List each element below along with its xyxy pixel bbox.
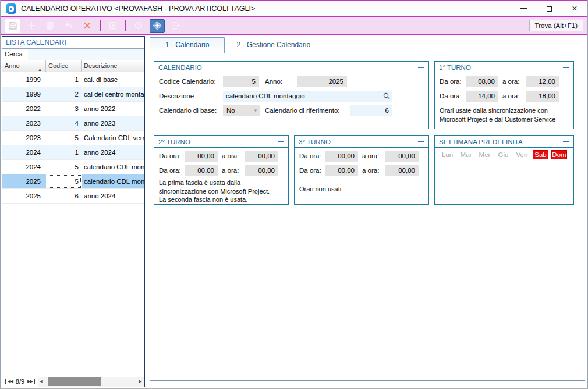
table-row[interactable]: 20255calendario CDL montaggio (2, 174, 144, 189)
table-row[interactable]: 20241anno 2024 (2, 145, 144, 160)
day-sab: Sab (533, 150, 548, 159)
last-record-button[interactable]: ▶▶ (26, 379, 35, 384)
search-label: Cerca (2, 49, 28, 60)
cell-descrizione: anno 2024 (82, 189, 144, 203)
table-row[interactable]: 19991cal. di base (2, 73, 144, 87)
a-ora-label: a ora: (502, 91, 519, 102)
cell-descrizione: anno 2024 (82, 145, 144, 159)
groupbox-turno-2: 2° TURNO Da ora: 00,00 a ora: 00,00 Da o… (154, 135, 289, 205)
main-content: 1 - Calendario 2 - Gestione Calendario C… (150, 36, 586, 387)
a-ora-label: a ora: (362, 165, 379, 176)
lookup-icon[interactable] (382, 92, 391, 100)
app-icon (6, 3, 16, 14)
turno3-note: Orari non usati. (299, 185, 425, 194)
groupbox-title: 1° TURNO (439, 64, 471, 71)
panel-title: LISTA CALENDARI (2, 37, 144, 49)
groupbox-turno-1: 1° TURNO Da ora: 08,00 a ora: 12,00 Da o… (434, 61, 574, 129)
close-icon: × (572, 4, 577, 13)
add-icon (27, 21, 36, 30)
anno-field: 2025 (297, 76, 347, 87)
tab-calendario[interactable]: 1 - Calendario (150, 37, 225, 53)
table-row[interactable]: 20235Calendario CDL verniciatura (2, 131, 144, 145)
new-window-button[interactable] (105, 19, 121, 33)
calendar-list-panel: LISTA CALENDARI Cerca Anno ▲ Codice Desc… (2, 36, 145, 387)
cell-anno: 1999 (2, 87, 46, 101)
minimize-button[interactable] (511, 1, 536, 16)
cell-codice: 6 (46, 189, 82, 203)
cell-anno: 2023 (2, 116, 46, 130)
maximize-button[interactable] (536, 1, 562, 16)
collapse-icon[interactable] (418, 141, 424, 142)
delete-button[interactable] (80, 19, 95, 33)
copy-icon (45, 21, 55, 30)
collapse-icon[interactable] (418, 67, 424, 68)
save-button[interactable] (5, 19, 20, 33)
groupbox-calendario: CALENDARIO Codice Calendario: 5 Anno: 20… (154, 61, 429, 129)
horizontal-scrollbar[interactable]: ◀ ▶ (38, 377, 144, 387)
column-header-anno[interactable]: Anno ▲ (2, 60, 46, 72)
da-ora-label: Da ora: (159, 151, 181, 162)
tab-bar: 1 - Calendario 2 - Gestione Calendario (150, 36, 586, 53)
close-button[interactable]: × (562, 1, 587, 16)
table-row[interactable]: 20223anno 2022 (2, 102, 144, 116)
a-ora-label: a ora: (362, 151, 379, 162)
groupbox-turno-3: 3° TURNO Da ora: 00,00 a ora: 00,00 Da o… (294, 135, 429, 205)
titlebar: CALENDARIO OPERATIVO <PROVAFASH - PROVA … (1, 0, 587, 17)
scrollbar-thumb[interactable] (48, 377, 101, 386)
copy-button[interactable] (42, 19, 58, 33)
toolbar-separator (100, 20, 101, 31)
find-button[interactable]: Trova (Alt+F1) (529, 20, 583, 31)
search-input[interactable] (28, 49, 144, 60)
favorites-button[interactable] (150, 19, 165, 33)
table-row[interactable]: 19992cal del centro montaggio (2, 87, 144, 102)
cell-codice: 2 (46, 87, 82, 101)
descrizione-field[interactable]: calendario CDL montaggio (223, 91, 392, 102)
default-week-days: LunMarMerGioVenSabDom (440, 150, 567, 159)
cell-codice: 1 (46, 145, 82, 159)
a-ora-label: a ora: (222, 151, 239, 162)
column-header-codice[interactable]: Codice (46, 60, 82, 72)
table-row[interactable]: 20245calendario CDL montaggio (2, 160, 144, 174)
undo-button[interactable] (61, 19, 76, 33)
column-label: Descrizione (84, 62, 117, 69)
cell-codice: 5 (46, 160, 82, 174)
riferimento-field[interactable]: 6 (350, 105, 392, 116)
groupbox-title: SETTIMANA PREDEFINITA (439, 138, 523, 145)
groupbox-settimana-predefinita: SETTIMANA PREDEFINITA LunMarMerGioVenSab… (434, 135, 574, 205)
table-row[interactable]: 20256anno 2024 (2, 189, 144, 204)
turno3-da2-field: 00,00 (325, 165, 358, 176)
day-dom: Dom (551, 150, 567, 159)
da-ora-label: Da ora: (159, 165, 181, 176)
turno2-da1-field: 00,00 (185, 151, 218, 162)
add-button[interactable] (24, 19, 39, 33)
collapse-icon[interactable] (563, 141, 569, 142)
day-ven: Ven (514, 150, 530, 159)
cell-codice: 4 (46, 116, 82, 130)
groupbox-header: 2° TURNO (154, 136, 288, 148)
turno3-a2-field: 00,00 (385, 165, 419, 176)
codice-calendario-field: 5 (223, 76, 259, 87)
tab-gestione-calendario[interactable]: 2 - Gestione Calendario (225, 38, 322, 53)
save-icon (8, 21, 17, 30)
riferimento-label: Calendario di riferimento: (265, 105, 339, 116)
cell-descrizione: Calendario CDL verniciatura (82, 131, 144, 145)
toolbar-separator (125, 20, 126, 31)
scroll-right-icon[interactable]: ▶ (137, 377, 144, 387)
turno1-note: Orari usate dalla sincronizzazione con M… (440, 106, 570, 123)
scroll-left-icon[interactable]: ◀ (38, 377, 45, 387)
cell-anno: 2022 (2, 102, 46, 116)
turno2-da2-field: 00,00 (185, 165, 218, 176)
chevron-down-icon: ▼ (253, 105, 260, 116)
help-button[interactable]: ? (131, 19, 146, 33)
turno1-a1-field: 12,00 (526, 76, 559, 87)
turno2-a1-field: 00,00 (245, 151, 278, 162)
first-record-button[interactable]: ◀◀ (5, 379, 14, 384)
exit-button[interactable] (168, 19, 183, 33)
undo-icon (64, 21, 73, 30)
collapse-icon[interactable] (563, 67, 569, 68)
table-row[interactable]: 20234anno 2023 (2, 116, 144, 131)
a-ora-label: a ora: (222, 165, 239, 176)
groupbox-title: 2° TURNO (158, 138, 190, 145)
collapse-icon[interactable] (278, 141, 284, 142)
column-header-descrizione[interactable]: Descrizione (82, 60, 144, 72)
